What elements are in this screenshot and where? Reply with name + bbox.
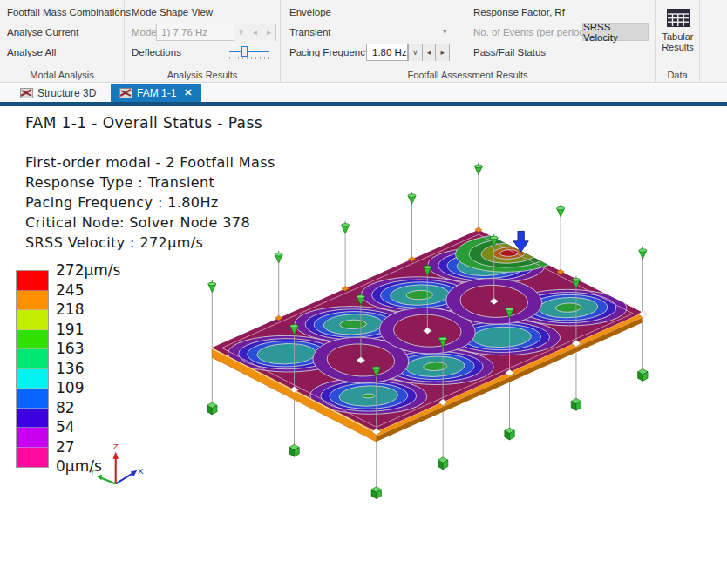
legend-label: 245 [56, 280, 84, 300]
ribbon-group-modal-analysis: Footfall Mass Combinations Analyse Curre… [0, 0, 125, 83]
response-factor-button[interactable]: Response Factor, Rf [473, 7, 565, 17]
ribbon: Footfall Mass Combinations Analyse Curre… [0, 0, 727, 83]
summary-line: Response Type : Transient [25, 172, 275, 193]
legend-label: 163 [56, 339, 84, 358]
pacing-frequency-spinner: ∨ ◂ ▸ [408, 44, 450, 61]
mode-prev-icon[interactable]: ◂ [248, 24, 262, 41]
slider-handle[interactable] [241, 46, 248, 57]
mode-shape-view-label: Mode Shape View [132, 7, 213, 17]
legend-label: 191 [56, 320, 84, 339]
analyse-all-button[interactable]: Analyse All [7, 47, 56, 57]
pacing-increase-icon[interactable]: ▸ [435, 44, 449, 61]
deflections-slider[interactable] [229, 46, 273, 58]
table-icon [665, 7, 691, 30]
slider-track [229, 51, 269, 52]
ribbon-group-analysis-results: Mode Shape View Mode 1) 7.76 Hz ∨ ◂ ▸ De… [125, 0, 281, 83]
mode-select[interactable]: 1) 7.76 Hz ∨ ◂ ▸ [156, 24, 276, 41]
ribbon-group-footfall-right: Response Factor, Rf No. of Events (per p… [459, 0, 656, 83]
z-axis-label: Z [113, 442, 119, 451]
mode-value: 1) 7.76 Hz [157, 27, 234, 37]
tab-structure-3d[interactable]: Structure 3D [11, 84, 105, 102]
legend-label: 272μm/s [56, 260, 120, 280]
footfall-mass-combinations-button[interactable]: Footfall Mass Combinations [7, 7, 131, 17]
response-type-select[interactable]: Transient [289, 27, 331, 37]
envelope-label: Envelope [289, 7, 331, 17]
legend-band [17, 310, 48, 330]
legend-band [17, 349, 48, 369]
mode-label: Mode [132, 27, 157, 37]
events-per-period-button: No. of Events (per period) [473, 27, 588, 37]
response-type-dropdown-icon[interactable]: ▾ [443, 27, 447, 36]
legend-band [17, 291, 48, 311]
legend-label: 218 [56, 300, 84, 319]
structure-icon [20, 87, 33, 99]
legend-band [17, 448, 48, 468]
group-label-data: Data [656, 70, 699, 80]
legend-band [17, 369, 48, 389]
pacing-dropdown-icon[interactable]: ∨ [408, 44, 422, 61]
result-title: FAM 1-1 - Overall Status - Pass [25, 114, 262, 132]
analyse-current-button[interactable]: Analyse Current [7, 27, 78, 37]
legend-label: 27 [56, 437, 75, 456]
pass-fail-status-button[interactable]: Pass/Fail Status [473, 47, 546, 57]
group-label-analysis-results: Analysis Results [125, 70, 280, 80]
tabular-results-label: Tabular Results [656, 31, 700, 52]
deflections-label: Deflections [132, 47, 181, 57]
legend-band [17, 330, 48, 350]
summary-line: First-order modal - 2 Footfall Mass [25, 152, 275, 172]
tab-label: FAM 1-1 [137, 87, 176, 99]
group-label-modal-analysis: Modal Analysis [0, 70, 124, 80]
summary-line: Pacing Frequency : 1.80Hz [25, 193, 275, 213]
pacing-frequency-label: Pacing Frequency [289, 47, 370, 57]
application-window: Footfall Mass Combinations Analyse Curre… [0, 0, 727, 588]
slider-ticks [229, 57, 273, 59]
document-tab-bar: Structure 3D FAM 1-1 ✕ [0, 84, 727, 102]
pacing-frequency-input[interactable]: 1.80 Hz [366, 44, 408, 61]
legend-band [17, 409, 48, 429]
legend-band [17, 389, 48, 409]
tab-label: Structure 3D [37, 87, 96, 99]
legend-label: 54 [56, 417, 75, 436]
velocity-scale-swatches [16, 270, 49, 468]
ribbon-group-data: Tabular Results Data [656, 0, 700, 83]
close-icon[interactable]: ✕ [184, 87, 192, 98]
legend-label: 82 [56, 398, 75, 417]
ribbon-group-footfall-left: Envelope Transient ▾ Pacing Frequency 1.… [281, 0, 459, 83]
structure-icon [119, 87, 132, 99]
tabular-results-button[interactable]: Tabular Results [656, 7, 700, 52]
results-viewport: Z X Y FAM 1-1 - Overall Status - Pass Fi… [0, 106, 727, 588]
legend-label: 0μm/s [56, 456, 102, 476]
legend-band [17, 271, 48, 291]
tab-fam-1-1[interactable]: FAM 1-1 ✕ [111, 84, 201, 102]
srss-velocity-button[interactable]: SRSS Velocity [582, 23, 649, 41]
x-axis-label: X [138, 466, 144, 476]
mode-next-icon[interactable]: ▸ [262, 24, 275, 41]
pacing-decrease-icon[interactable]: ◂ [422, 44, 436, 61]
legend-band [17, 428, 48, 448]
summary-line: Critical Node: Solver Node 378 [25, 213, 275, 233]
legend-label: 109 [56, 378, 84, 397]
summary-line: SRSS Velocity : 272μm/s [25, 233, 275, 253]
legend-label: 136 [56, 359, 84, 378]
result-summary: First-order modal - 2 Footfall Mass Resp… [25, 152, 275, 253]
mode-dropdown-icon[interactable]: ∨ [234, 24, 248, 41]
